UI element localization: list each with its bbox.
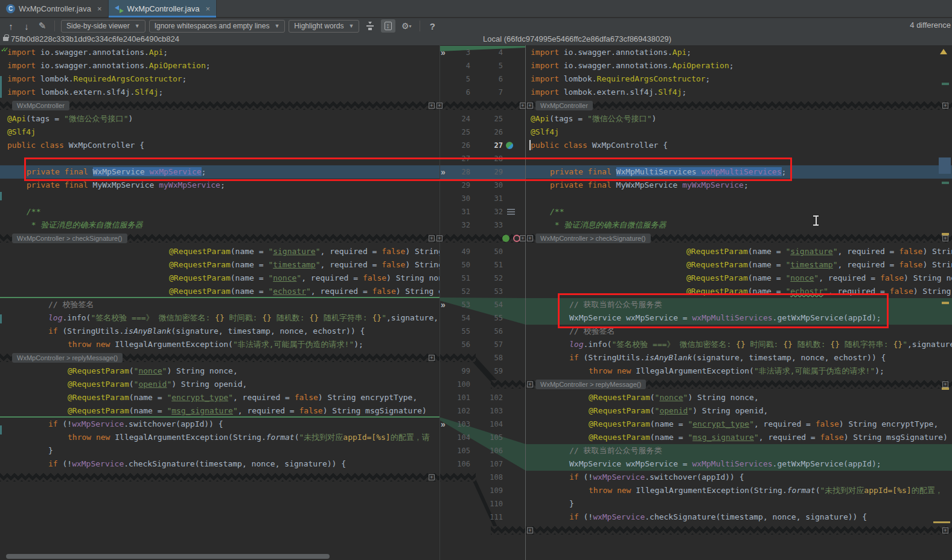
error-stripe-warning-icon[interactable]	[940, 49, 947, 54]
code-line[interactable]: }	[0, 444, 439, 457]
code-line[interactable]: if (StringUtils.isAnyBlank(signature, ti…	[526, 351, 952, 364]
fold-label[interactable]: WxMpController	[12, 101, 69, 110]
help-button[interactable]: ?	[426, 21, 438, 31]
viewer-mode-select[interactable]: Side-by-side viewer▼	[61, 20, 145, 33]
code-line[interactable]: public class WxMpController {	[526, 139, 952, 152]
apply-change-chevron-icon[interactable]: »	[441, 46, 444, 59]
next-difference-button[interactable]: ↓	[21, 21, 33, 31]
code-line[interactable]: if (!wxMpService.checkSignature(timestam…	[526, 511, 952, 524]
gutter-list-icon[interactable]	[507, 209, 515, 215]
error-stripe-mark[interactable]	[942, 233, 949, 235]
code-line[interactable]: if (!wxMpService.switchover(appId)) {	[0, 418, 439, 431]
code-line[interactable]: import lombok.extern.slf4j.Slf4j;	[0, 86, 439, 99]
fold-label[interactable]: WxMpController > checkSignature()	[535, 234, 651, 243]
folded-region-line[interactable]: ++	[526, 524, 952, 537]
whitespace-mode-select[interactable]: Ignore whitespaces and empty lines▼	[149, 20, 286, 33]
code-line[interactable]: @RequestParam(name = "nonce", required =…	[526, 272, 952, 285]
close-icon[interactable]: ×	[205, 4, 210, 13]
expand-icon[interactable]: +	[527, 527, 533, 533]
sync-scroll-button[interactable]	[381, 19, 395, 33]
code-line[interactable]: @RequestParam(name = "signature", requir…	[526, 245, 952, 258]
expand-icon[interactable]: +	[527, 103, 533, 109]
code-line[interactable]: import io.swagger.annotations.ApiOperati…	[526, 59, 952, 72]
apply-change-chevron-icon[interactable]: »	[441, 298, 444, 311]
code-line[interactable]: @Api(tags = "微信公众号接口")	[526, 112, 952, 126]
code-line[interactable]: * 验证消息的确来自微信服务器	[526, 218, 952, 232]
expand-icon[interactable]: +	[429, 474, 435, 480]
code-line[interactable]: import io.swagger.annotations.ApiOperati…	[0, 59, 439, 72]
edit-icon[interactable]: ✎	[36, 21, 48, 31]
code-line[interactable]	[0, 192, 439, 205]
code-line[interactable]: throw new IllegalArgumentException(Strin…	[0, 431, 439, 444]
code-line[interactable]: @RequestParam(name = "msg_signature", re…	[0, 404, 439, 418]
code-line[interactable]: import lombok.extern.slf4j.Slf4j;	[526, 86, 952, 99]
folded-region-line[interactable]: WxMpController > checkSignature()+	[0, 232, 439, 245]
code-line[interactable]: // 校验签名	[0, 298, 439, 311]
tab-wxmpcontroller-diff[interactable]: WxMpController.java ×	[109, 0, 217, 18]
expand-icon[interactable]: +	[429, 235, 435, 241]
code-line[interactable]	[526, 192, 952, 205]
code-line[interactable]: @Slf4j	[0, 126, 439, 139]
code-line[interactable]: @Slf4j	[526, 126, 952, 139]
code-line[interactable]: import io.swagger.annotations.Api;	[526, 46, 952, 59]
apply-change-chevron-icon[interactable]: »	[441, 418, 444, 431]
code-line[interactable]: * 验证消息的确来自微信服务器	[0, 218, 439, 232]
code-line[interactable]: /**	[0, 205, 439, 218]
code-line[interactable]: }	[526, 497, 952, 511]
code-line[interactable]: throw new IllegalArgumentException(Strin…	[526, 484, 952, 497]
folded-region-line[interactable]: WxMpController > replyMessage()+	[0, 351, 439, 364]
prev-difference-button[interactable]: ↑	[5, 21, 17, 31]
code-line[interactable]: if (StringUtils.isAnyBlank(signature, ti…	[0, 325, 439, 338]
expand-icon[interactable]: +	[436, 235, 442, 241]
folded-region-line[interactable]: +WxMpController > checkSignature()+	[526, 232, 952, 245]
code-line[interactable]: throw new IllegalArgumentException("非法请求…	[526, 364, 952, 378]
error-stripe-mark[interactable]	[942, 83, 949, 85]
expand-icon[interactable]: +	[429, 355, 435, 361]
code-line[interactable]: @RequestParam(name = "encrypt_type", req…	[526, 418, 952, 431]
fold-label[interactable]: WxMpController	[535, 101, 593, 110]
code-line[interactable]: @RequestParam(name = "signature", requir…	[0, 245, 439, 258]
code-line[interactable]: import lombok.RequiredArgsConstructor;	[0, 72, 439, 86]
close-icon[interactable]: ×	[97, 4, 102, 13]
expand-icon[interactable]: +	[527, 235, 533, 241]
folded-region-line[interactable]: +WxMpController+	[526, 99, 952, 112]
expand-icon[interactable]: +	[520, 235, 526, 241]
expand-icon[interactable]: +	[429, 103, 435, 109]
settings-button[interactable]: ⚙▾	[399, 19, 414, 33]
expand-icon[interactable]: +	[942, 527, 948, 533]
gutter-override-icon[interactable]	[506, 142, 513, 149]
left-editor-pane[interactable]: import io.swagger.annotations.Api;import…	[0, 45, 439, 560]
fold-label[interactable]: WxMpController > replyMessage()	[535, 380, 646, 389]
highlight-mode-select[interactable]: Highlight words▼	[289, 20, 359, 33]
code-line[interactable]: log.info("签名校验 ===》 微信加密签名: {} 时间戳: {} 随…	[526, 338, 952, 351]
code-line[interactable]: @RequestParam(name = "timestamp", requir…	[0, 258, 439, 272]
expand-icon[interactable]: +	[527, 381, 533, 387]
code-line[interactable]: @RequestParam(name = "encrypt_type", req…	[0, 391, 439, 404]
code-line[interactable]: @RequestParam(name = "timestamp", requir…	[526, 258, 952, 272]
expand-icon[interactable]: +	[520, 103, 526, 109]
gutter-leaf-icon[interactable]	[502, 235, 510, 242]
code-line[interactable]: @Api(tags = "微信公众号接口")	[0, 112, 439, 126]
code-line[interactable]: import lombok.RequiredArgsConstructor;	[526, 72, 952, 86]
expand-icon[interactable]: +	[942, 235, 948, 241]
code-line[interactable]: @RequestParam(name = "nonce", required =…	[0, 272, 439, 285]
code-line[interactable]: // 获取当前公众号服务类	[526, 444, 952, 457]
code-line[interactable]: @RequestParam(name = "msg_signature", re…	[526, 431, 952, 444]
expand-icon[interactable]: +	[942, 381, 948, 387]
error-stripe-selection[interactable]	[939, 158, 951, 174]
folded-region-line[interactable]: WxMpController+	[0, 99, 439, 112]
code-line[interactable]: if (!wxMpService.checkSignature(timestam…	[0, 457, 439, 471]
horizontal-scrollbar-thumb[interactable]	[6, 554, 330, 559]
code-line[interactable]: @RequestParam("openid") String openid,	[0, 378, 439, 391]
code-line[interactable]: /**	[526, 205, 952, 218]
code-line[interactable]: if (!wxMpService.switchover(appId)) {	[526, 471, 952, 484]
error-stripe-mark[interactable]	[942, 182, 949, 184]
fold-label[interactable]: WxMpController > replyMessage()	[12, 353, 123, 363]
code-line[interactable]: @RequestParam("nonce") String nonce,	[0, 364, 439, 378]
code-line[interactable]: @RequestParam("nonce") String nonce,	[526, 391, 952, 404]
code-line[interactable]: log.info("签名校验 ===》 微信加密签名: {} 时间戳: {} 随…	[0, 311, 439, 325]
error-stripe-mark[interactable]	[942, 387, 949, 390]
fold-label[interactable]: WxMpController > checkSignature()	[12, 234, 127, 243]
code-line[interactable]: public class WxMpController {	[0, 139, 439, 152]
folded-region-line[interactable]: +	[0, 471, 439, 484]
